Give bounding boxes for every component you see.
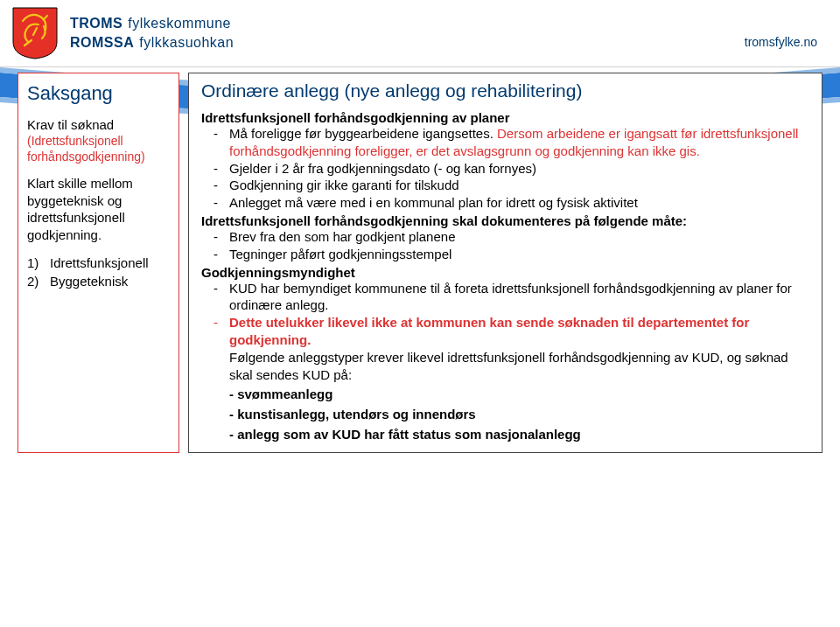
sub-c: - anlegg som av KUD har fått status som … xyxy=(201,425,809,443)
list-text: Idrettsfunksjonell xyxy=(50,254,149,272)
left-paren-2: forhåndsgodkjenning) xyxy=(27,150,170,165)
main-title: Ordinære anlegg (nye anlegg og rehabilit… xyxy=(201,80,809,101)
bullet-text: Anlegget må være med i en kommunal plan … xyxy=(229,194,638,212)
dash-icon: - xyxy=(214,246,229,263)
bullet-text: Tegninger påført godkjenningsstempel xyxy=(229,246,452,263)
saksgang-title: Saksgang xyxy=(27,82,170,105)
saksgang-box: Saksgang Krav til søknad (Idrettsfunksjo… xyxy=(18,73,179,453)
left-numbered-list: 1) Idrettsfunksjonell 2) Byggeteknisk xyxy=(27,254,170,290)
dash-icon: - xyxy=(214,280,229,315)
sub-head-3: Godkjenningsmyndighet xyxy=(201,265,809,280)
dash-icon: - xyxy=(214,194,229,212)
brand-line-1: TROMS fylkeskommune xyxy=(70,16,234,31)
body-list-3: - KUD har bemyndiget kommunene til å for… xyxy=(201,280,809,349)
content-area: Saksgang Krav til søknad (Idrettsfunksjo… xyxy=(0,67,840,462)
bullet-text: KUD har bemyndiget kommunene til å foret… xyxy=(229,280,809,315)
left-list-item: 2) Byggeteknisk xyxy=(27,272,170,290)
dash-icon: - xyxy=(214,177,229,194)
main-content-box: Ordinære anlegg (nye anlegg og rehabilit… xyxy=(188,73,822,453)
bullet-item: - Dette utelukker likevel ikke at kommun… xyxy=(214,314,809,349)
troms-shield-logo xyxy=(12,7,58,59)
bullet-item: - KUD har bemyndiget kommunene til å for… xyxy=(214,280,809,315)
bullet-item: - Gjelder i 2 år fra godkjenningsdato (-… xyxy=(214,160,809,178)
bullet-text: Godkjenning gir ikke garanti for tilskud… xyxy=(229,177,459,194)
bullet-item: - Brev fra den som har godkjent planene xyxy=(214,228,809,246)
brand-light-2: fylkkasuohkan xyxy=(139,35,234,51)
brand-strong-1: TROMS xyxy=(70,16,122,31)
left-paren-1: (Idrettsfunksjonell xyxy=(27,134,170,150)
body-list-1: - Må foreligge før byggearbeidene igangs… xyxy=(201,125,809,212)
bullet-1-pre: Må foreligge før byggearbeidene igangset… xyxy=(229,126,497,141)
bullet-text-red: Dette utelukker likevel ikke at kommunen… xyxy=(229,314,809,349)
bullet-item: - Anlegget må være med i en kommunal pla… xyxy=(214,194,809,212)
brand-strong-2: ROMSSA xyxy=(70,35,134,51)
brand-text: TROMS fylkeskommune ROMSSA fylkkasuohkan xyxy=(70,16,234,51)
left-list-item: 1) Idrettsfunksjonell xyxy=(27,254,170,272)
bullet-item: - Tegninger påført godkjenningsstempel xyxy=(214,246,809,263)
list-number: 1) xyxy=(27,254,43,272)
brand-line-2: ROMSSA fylkkasuohkan xyxy=(70,35,234,51)
body-list-2: - Brev fra den som har godkjent planene … xyxy=(201,228,809,263)
dash-icon: - xyxy=(214,228,229,246)
bullet-item: - Godkjenning gir ikke garanti for tilsk… xyxy=(214,177,809,194)
bullet-text: Må foreligge før byggearbeidene igangset… xyxy=(229,125,809,160)
list-number: 2) xyxy=(27,272,43,290)
site-url: tromsfylke.no xyxy=(745,35,817,49)
bullet-text: Gjelder i 2 år fra godkjenningsdato (- o… xyxy=(229,160,536,178)
sub-b: - kunstisanlegg, utendørs og innendørs xyxy=(201,405,809,423)
dash-icon: - xyxy=(214,125,229,160)
bullet-item: - Må foreligge før byggearbeidene igangs… xyxy=(214,125,809,160)
dash-icon: - xyxy=(214,314,229,349)
left-sub-head: Krav til søknad xyxy=(27,117,170,132)
brand-light-1: fylkeskommune xyxy=(128,16,231,31)
left-para: Klart skille mellom byggeteknisk og idre… xyxy=(27,175,170,243)
sub-a: - svømmeanlegg xyxy=(201,385,809,403)
list-text: Byggeteknisk xyxy=(50,272,128,290)
header: TROMS fylkeskommune ROMSSA fylkkasuohkan… xyxy=(0,0,840,67)
bullet-text: Brev fra den som har godkjent planene xyxy=(229,228,456,246)
sub-head-2: Idrettsfunksjonell forhåndsgodkjenning s… xyxy=(201,213,809,228)
sub-head-1: Idrettsfunksjonell forhåndsgodkjenning a… xyxy=(201,110,809,125)
dash-icon: - xyxy=(214,160,229,178)
after-8-text: Følgende anleggstyper krever likevel idr… xyxy=(201,349,809,384)
